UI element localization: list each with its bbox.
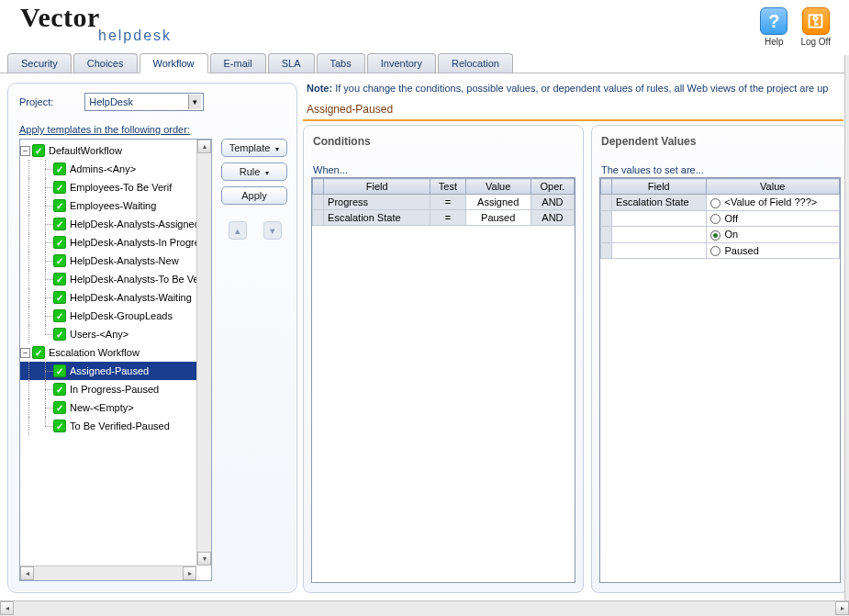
check-icon: [53, 199, 66, 212]
condition-row[interactable]: Progress=AssignedAND: [313, 195, 575, 210]
dependent-title: Dependent Values: [601, 135, 841, 148]
app-logo: Vector helpdesk: [20, 4, 172, 44]
tree-item-label: To Be Verified-Paused: [70, 420, 170, 431]
apply-button[interactable]: Apply: [221, 186, 287, 205]
tree-item[interactable]: HelpDesk-Analysts-In Progress: [20, 233, 196, 252]
tree-item-label: New-<Empty>: [70, 402, 134, 413]
tree-item[interactable]: Employees-To Be Verif: [20, 178, 196, 196]
tab-e-mail[interactable]: E-mail: [210, 53, 266, 73]
check-icon: [53, 328, 66, 341]
tree-item[interactable]: Users-<Any>: [20, 325, 196, 343]
tree-item[interactable]: Assigned-Paused: [20, 362, 196, 380]
tree-item[interactable]: To Be Verified-Paused: [20, 417, 196, 435]
logoff-label: Log Off: [800, 37, 831, 47]
chevron-down-icon: [263, 166, 269, 177]
tab-sla[interactable]: SLA: [268, 53, 315, 73]
logoff-button[interactable]: Log Off: [800, 7, 831, 47]
tree-item-label: Escalation Workflow: [49, 347, 140, 358]
check-icon: [53, 420, 66, 432]
main-tabs: SecurityChoicesWorkflowE-mailSLATabsInve…: [0, 53, 849, 73]
rule-button[interactable]: Rule: [221, 162, 287, 181]
tree-item-label: HelpDesk-Analysts-Waiting: [70, 292, 192, 303]
tree-item-label: Users-<Any>: [70, 329, 128, 340]
move-up-button[interactable]: ▴: [229, 221, 247, 240]
tab-inventory[interactable]: Inventory: [367, 53, 436, 73]
check-icon: [53, 364, 66, 377]
tree-item[interactable]: −Escalation Workflow: [20, 343, 196, 362]
check-icon: [53, 162, 66, 175]
page-horizontal-scrollbar[interactable]: ◂ ▸: [0, 600, 849, 616]
condition-row[interactable]: Escalation State=PausedAND: [313, 210, 575, 226]
tree-item[interactable]: HelpDesk-Analysts-To Be Verified: [20, 270, 196, 288]
tree-item-label: HelpDesk-Analysts-To Be Verified: [70, 274, 196, 285]
tree-item[interactable]: HelpDesk-Analysts-Waiting: [20, 288, 196, 307]
check-icon: [53, 309, 66, 322]
tree-item[interactable]: Employees-Waiting: [20, 196, 196, 215]
project-select[interactable]: HelpDesk: [84, 93, 204, 111]
check-icon: [53, 236, 66, 249]
check-icon: [53, 181, 66, 194]
tree-item[interactable]: HelpDesk-GroupLeads: [20, 307, 196, 325]
collapse-icon[interactable]: −: [20, 348, 30, 358]
tab-choices[interactable]: Choices: [73, 53, 138, 73]
conditions-grid[interactable]: FieldTestValueOper. Progress=AssignedAND…: [311, 177, 575, 583]
dependent-option-row[interactable]: Escalation State<Value of Field ???>: [601, 195, 840, 211]
tree-item-label: HelpDesk-Analysts-Assigned: [70, 218, 196, 230]
dependent-subtitle: The values to set are...: [601, 164, 841, 175]
tree-item[interactable]: Admins-<Any>: [20, 160, 196, 178]
tree-item-label: HelpDesk-GroupLeads: [70, 310, 173, 321]
option-label: Paused: [725, 245, 759, 256]
key-icon: [802, 7, 830, 35]
project-label: Project:: [19, 96, 53, 107]
dependent-grid[interactable]: FieldValue Escalation State<Value of Fie…: [599, 177, 841, 583]
templates-tree[interactable]: −DefaultWorkflowAdmins-<Any>Employees-To…: [19, 139, 212, 581]
dependent-option-row[interactable]: Off: [601, 210, 840, 227]
option-label: <Value of Field ???>: [725, 196, 818, 207]
chevron-down-icon: [188, 95, 201, 109]
project-value: HelpDesk: [89, 96, 133, 107]
note-text: Note: If you change the conditions, poss…: [303, 83, 849, 99]
tab-relocation[interactable]: Relocation: [438, 53, 513, 73]
tree-item[interactable]: −DefaultWorkflow: [20, 141, 196, 160]
vertical-scrollbar[interactable]: ▴ ▾: [196, 140, 211, 566]
check-icon: [53, 383, 66, 396]
tab-tabs[interactable]: Tabs: [317, 53, 365, 73]
tab-security[interactable]: Security: [7, 53, 72, 73]
template-button[interactable]: Template: [221, 139, 287, 157]
rule-title: Assigned-Paused: [303, 99, 843, 121]
templates-panel: Project: HelpDesk Apply templates in the…: [7, 83, 297, 593]
tree-item[interactable]: HelpDesk-Analysts-Assigned: [20, 215, 196, 233]
horizontal-scrollbar[interactable]: ◂ ▸: [20, 566, 196, 580]
dependent-option-row[interactable]: Paused: [601, 242, 840, 259]
tree-item[interactable]: New-<Empty>: [20, 398, 196, 417]
check-icon: [53, 254, 66, 267]
conditions-panel: Conditions When... FieldTestValueOper. P…: [303, 125, 584, 593]
option-label: Off: [725, 213, 738, 224]
tree-item[interactable]: HelpDesk-Analysts-New: [20, 252, 196, 270]
radio-icon[interactable]: [710, 246, 721, 256]
page-vertical-scrollbar[interactable]: [844, 55, 849, 600]
dependent-option-row[interactable]: On: [601, 227, 840, 243]
check-icon: [53, 218, 66, 230]
help-label: Help: [765, 37, 784, 47]
help-button[interactable]: Help: [760, 7, 788, 47]
tree-item[interactable]: In Progress-Paused: [20, 380, 196, 398]
collapse-icon[interactable]: −: [20, 146, 30, 156]
dependent-values-panel: Dependent Values The values to set are..…: [591, 125, 849, 593]
check-icon: [53, 291, 66, 304]
tab-workflow[interactable]: Workflow: [140, 53, 208, 73]
tree-item-label: DefaultWorkflow: [49, 145, 122, 156]
tree-item-label: Employees-To Be Verif: [70, 182, 172, 193]
tree-item-label: Employees-Waiting: [70, 200, 156, 211]
radio-icon[interactable]: [710, 198, 721, 208]
tree-item-label: HelpDesk-Analysts-In Progress: [70, 237, 196, 248]
check-icon: [32, 144, 45, 157]
check-icon: [53, 401, 66, 414]
radio-icon[interactable]: [710, 214, 721, 224]
check-icon: [53, 273, 66, 286]
radio-icon[interactable]: [710, 230, 721, 241]
move-down-button[interactable]: ▾: [263, 221, 282, 240]
tree-item-label: In Progress-Paused: [70, 384, 159, 395]
apply-order-label: Apply templates in the following order:: [19, 124, 287, 135]
help-icon: [760, 7, 788, 35]
